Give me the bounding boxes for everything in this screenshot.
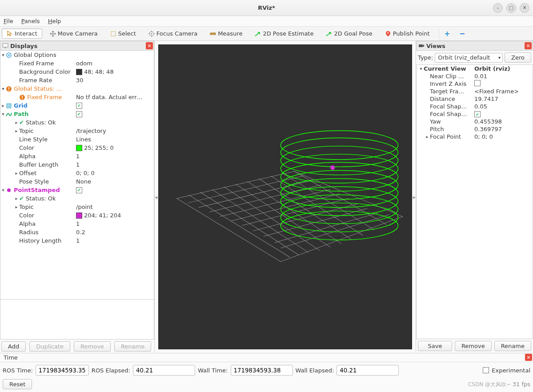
near-clip-label: Near Clip … [418,73,474,80]
tool-remove[interactable] [456,29,469,39]
tool-focus-camera[interactable]: Focus Camera [144,28,202,39]
experimental-checkbox[interactable] [483,367,489,373]
rename-button[interactable]: Rename [114,341,151,352]
tool-goal-pose[interactable]: 2D Goal Pose [321,28,377,39]
target-frame-value[interactable]: <Fixed Frame> [474,88,531,95]
ros-elapsed-field[interactable] [133,365,195,376]
tool-move-camera[interactable]: Move Camera [45,28,103,39]
expand-toggle[interactable]: ▸ [14,204,19,209]
focal-shape-fixed-checkbox[interactable]: ✔ [474,111,481,117]
svg-point-26 [281,131,398,160]
displays-tree[interactable]: ▾Global Options Fixed Frameodom Backgrou… [0,51,154,300]
tool-add[interactable] [441,29,453,39]
expand-toggle[interactable]: ▾ [0,188,6,192]
path-alpha-value[interactable]: 1 [76,153,154,160]
time-panel-header[interactable]: Time ✕ [0,353,533,362]
collapse-left-handle[interactable]: ◂ [154,188,158,206]
grid-checkbox[interactable]: ✔ [76,103,82,109]
expand-toggle[interactable]: ▸ [14,128,19,133]
path-linestyle-value[interactable]: Lines [76,136,154,143]
expand-toggle[interactable]: ▸ [14,171,19,176]
tool-select[interactable]: Select [105,28,141,39]
pointstamped-history-label: History Length [19,237,61,244]
add-button[interactable]: Add [1,341,26,352]
expand-toggle[interactable]: ▸ [425,134,430,139]
pointstamped-topic-value[interactable]: /point [76,204,154,210]
pointstamped-alpha-label: Alpha [19,220,36,227]
expand-toggle[interactable]: ▾ [0,86,6,91]
pointstamped-color-swatch[interactable] [76,212,82,219]
path-topic-value[interactable]: /trajectory [76,128,154,134]
focal-shape-size-value[interactable]: 0.05 [474,103,531,110]
views-save-button[interactable]: Save [418,341,452,351]
expand-toggle[interactable]: ▸ [0,103,6,108]
frame-rate-value[interactable]: 30 [76,77,154,84]
pointstamped-checkbox[interactable]: ✔ [76,187,82,193]
grid-label[interactable]: Grid [14,102,28,109]
pointstamped-history-value[interactable]: 1 [76,237,154,244]
minimize-button[interactable]: – [493,3,503,13]
fixed-frame-label: Fixed Frame [19,60,54,67]
path-buffer-value[interactable]: 1 [76,161,154,168]
reset-button[interactable]: Reset [3,379,32,389]
grid-icon [6,103,12,109]
expand-toggle[interactable]: ▾ [418,66,424,71]
tool-publish-point[interactable]: Publish Point [380,28,435,39]
yaw-value[interactable]: 0.455398 [474,118,531,125]
ros-time-field[interactable] [36,365,89,376]
pointstamped-radius-value[interactable]: 0.2 [76,229,154,236]
time-close-button[interactable]: ✕ [525,354,532,361]
menu-help[interactable]: Help [48,18,61,24]
pointstamped-alpha-value[interactable]: 1 [76,220,154,227]
invert-z-checkbox[interactable] [474,80,481,86]
tool-measure[interactable]: Measure [205,28,247,39]
minus-icon [459,31,465,37]
pointstamped-radius-label: Radius [19,229,39,236]
displays-panel-header[interactable]: Displays ✕ [0,41,154,51]
zero-button[interactable]: Zero [505,52,531,63]
views-panel-header[interactable]: Views ✕ [416,41,533,51]
displays-close-button[interactable]: ✕ [146,42,153,49]
wall-elapsed-field[interactable] [337,365,399,376]
views-type-value: Orbit (rviz_default [438,54,490,61]
remove-button[interactable]: Remove [74,341,111,352]
path-color-swatch[interactable] [76,145,82,151]
focal-point-value[interactable]: 0; 0; 0 [474,133,531,140]
tool-pose-estimate[interactable]: 2D Pose Estimate [250,28,318,39]
expand-toggle[interactable]: ▾ [0,52,6,57]
3d-viewport[interactable] [158,44,412,349]
views-type-combo[interactable]: Orbit (rviz_default ▾ [435,53,503,63]
collapse-right-handle[interactable]: ▸ [412,188,417,206]
wall-time-field[interactable] [231,365,293,376]
duplicate-button[interactable]: Duplicate [29,341,70,352]
move-icon [50,31,56,37]
maximize-button[interactable]: ▢ [506,3,516,13]
expand-toggle[interactable]: ▸ [14,120,19,125]
target-frame-label: Target Fra… [418,88,474,95]
views-close-button[interactable]: ✕ [525,42,532,49]
near-clip-value[interactable]: 0.01 [474,73,531,80]
pitch-value[interactable]: 0.369797 [474,126,531,132]
pointstamped-label[interactable]: PointStamped [14,187,60,193]
fixed-frame-value[interactable]: odom [76,60,154,67]
bg-color-swatch[interactable] [76,69,82,75]
tool-interact[interactable]: Interact [2,28,42,39]
path-posestyle-value[interactable]: None [76,178,154,185]
views-rename-button[interactable]: Rename [494,341,531,351]
displays-title: Displays [10,43,37,49]
views-tree[interactable]: ▾Current ViewOrbit (rviz) Near Clip …0.0… [416,64,533,339]
expand-toggle[interactable]: ▸ [14,196,19,201]
views-panel: Views ✕ Type: Orbit (rviz_default ▾ Zero… [416,41,533,353]
views-remove-button[interactable]: Remove [455,341,492,351]
menu-file[interactable]: File [4,18,13,24]
svg-point-15 [7,188,11,192]
path-checkbox[interactable]: ✔ [76,111,82,117]
path-color-label: Color [19,144,34,151]
distance-value[interactable]: 19.7417 [474,96,531,102]
path-offset-value[interactable]: 0; 0; 0 [76,170,154,176]
path-topic-label: Topic [19,128,34,134]
path-label[interactable]: Path [14,111,28,117]
close-button[interactable]: ✕ [520,3,529,13]
expand-toggle[interactable]: ▾ [0,112,6,116]
menu-panels[interactable]: Panels [21,18,40,24]
